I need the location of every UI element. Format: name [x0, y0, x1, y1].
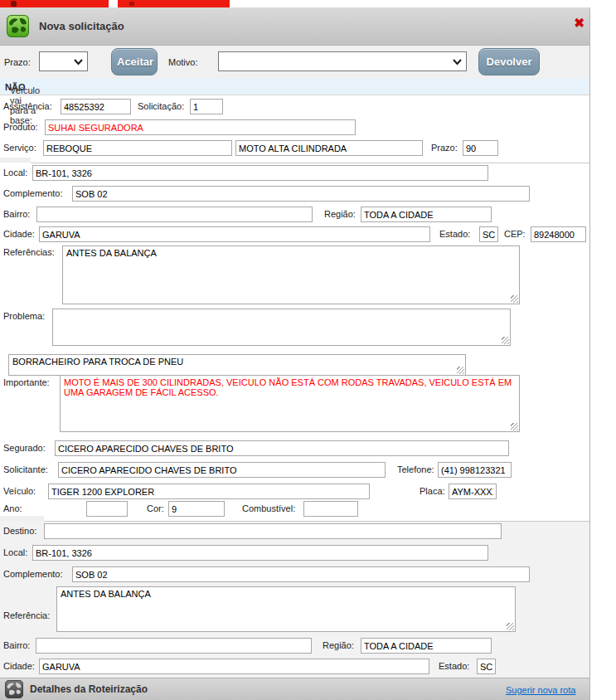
assistencia-input[interactable]	[61, 99, 131, 114]
roteirizacao-title: Detalhes da Roteirização	[30, 683, 148, 695]
ano-label: Ano:	[3, 503, 22, 513]
veiculo-label: Veículo:	[3, 486, 36, 496]
destino-regiao-input[interactable]	[361, 638, 492, 654]
browser-tab-1[interactable]	[0, 0, 109, 7]
problema-textarea-wrap	[52, 309, 511, 346]
telefone-label: Telefone:	[397, 464, 434, 474]
regiao-label: Região:	[324, 209, 356, 219]
resize-grip-icon[interactable]	[511, 423, 518, 430]
servico-tipo-input[interactable]	[235, 140, 423, 156]
destino-bairro-input[interactable]	[36, 638, 312, 654]
referencias-textarea-wrap: ANTES DA BALANÇA	[62, 245, 520, 304]
prazo-select-label: Prazo:	[4, 57, 31, 67]
motivo-select-label: Motivo:	[168, 57, 197, 67]
aceitar-button[interactable]: Aceitar	[111, 48, 158, 75]
destino-local-input[interactable]	[32, 545, 488, 561]
solicitante-input[interactable]	[58, 462, 386, 478]
ano-input[interactable]	[86, 501, 128, 517]
tab-favicon	[11, 1, 17, 7]
servico-input[interactable]	[43, 140, 232, 156]
referencias-label: Referências:	[3, 247, 55, 257]
observacao-textarea[interactable]: BORRACHEIRO PARA TROCA DE PNEU	[9, 355, 465, 375]
destino-complemento-input[interactable]	[72, 566, 530, 582]
cep-input[interactable]	[531, 226, 586, 242]
segurado-input[interactable]	[55, 440, 509, 456]
combustivel-input[interactable]	[303, 501, 358, 517]
section-divider	[31, 163, 589, 163]
prazo-label: Prazo:	[431, 143, 458, 153]
destino-referencia-label: Referência:	[3, 610, 50, 620]
prazo-select[interactable]	[39, 51, 88, 71]
resize-grip-icon[interactable]	[457, 367, 464, 374]
destino-estado-label: Estado:	[439, 661, 469, 671]
regiao-input[interactable]	[361, 207, 492, 222]
problema-label: Problema:	[3, 311, 45, 321]
estado-label: Estado:	[439, 229, 470, 239]
browser-tab-2[interactable]	[118, 0, 230, 7]
veiculo-input[interactable]	[48, 484, 370, 499]
bairro-label: Bairro:	[3, 209, 30, 219]
problema-textarea[interactable]	[53, 309, 510, 345]
dialog-header: Nova solicitação ✖	[0, 7, 589, 46]
complemento-label: Complemento:	[3, 188, 63, 198]
solicitacao-label: Solicitação:	[138, 101, 184, 111]
cidade-input[interactable]	[39, 226, 430, 242]
nova-solicitacao-dialog: Nova solicitação ✖ Prazo: Aceitar Motivo…	[0, 7, 590, 700]
segurado-label: Segurado:	[3, 443, 46, 453]
solicitacao-input[interactable]	[190, 99, 223, 114]
destino-cidade-label: Cidade:	[3, 661, 35, 671]
chevron-down-icon	[74, 59, 83, 66]
servico-label: Serviço:	[3, 143, 36, 153]
roteirizacao-header: Detalhes da Roteirização Sugerir nova ro…	[0, 678, 589, 700]
destino-referencia-textarea[interactable]: ANTES DA BALANÇA	[57, 587, 515, 631]
referencias-textarea[interactable]: ANTES DA BALANÇA	[63, 246, 519, 304]
estado-input[interactable]	[479, 226, 498, 242]
placa-input[interactable]	[449, 484, 497, 499]
motivo-select[interactable]	[218, 51, 467, 71]
telefone-input[interactable]	[438, 462, 512, 478]
cep-label: CEP:	[504, 229, 526, 239]
chevron-down-icon	[453, 59, 462, 66]
resize-grip-icon[interactable]	[502, 337, 509, 344]
resize-grip-icon[interactable]	[511, 295, 518, 303]
destino-regiao-label: Região:	[323, 640, 354, 650]
complemento-input[interactable]	[72, 186, 530, 202]
destino-referencia-textarea-wrap: ANTES DA BALANÇA	[56, 586, 516, 632]
placa-label: Placa:	[420, 486, 445, 496]
importante-textarea-wrap: MOTO É MAIS DE 300 CILINDRADAS, VEICULO …	[60, 375, 520, 432]
bairro-input[interactable]	[36, 207, 313, 222]
sugerir-nova-rota-link[interactable]: Sugerir nova rota	[506, 685, 575, 695]
cor-label: Cor:	[147, 503, 164, 513]
destino-local-label: Local:	[3, 547, 27, 557]
local-input[interactable]	[32, 165, 488, 181]
action-toolbar: Prazo: Aceitar Motivo: Devolver	[0, 46, 589, 79]
tab-favicon	[129, 2, 134, 6]
destino-bairro-label: Bairro:	[3, 640, 30, 650]
globe-icon	[7, 15, 29, 37]
destino-input[interactable]	[44, 523, 502, 539]
destino-complemento-label: Complemento:	[3, 569, 63, 579]
cor-input[interactable]	[168, 501, 225, 517]
devolver-button[interactable]: Devolver	[478, 48, 540, 75]
observacao-textarea-wrap: BORRACHEIRO PARA TROCA DE PNEU	[8, 354, 466, 376]
browser-tab-strip	[0, 0, 616, 7]
base-info-text: Veículo vai para a base: NÃO	[5, 82, 25, 92]
destino-estado-input[interactable]	[477, 659, 496, 674]
globe-gray-icon	[5, 680, 23, 698]
section-divider	[44, 521, 589, 522]
prazo-input[interactable]	[463, 140, 498, 156]
close-icon[interactable]: ✖	[574, 15, 584, 31]
section-corner	[0, 158, 31, 163]
produto-label: Produto:	[3, 122, 38, 132]
base-info-bar: Veículo vai para a base: NÃO	[0, 79, 589, 95]
produto-input[interactable]	[45, 119, 356, 135]
assistencia-label: Assistência:	[3, 101, 52, 111]
cidade-label: Cidade:	[3, 229, 35, 239]
importante-textarea[interactable]: MOTO É MAIS DE 300 CILINDRADAS, VEICULO …	[61, 376, 519, 431]
section-corner	[0, 516, 44, 521]
destino-cidade-input[interactable]	[39, 659, 429, 674]
combustivel-label: Combustível:	[242, 503, 295, 513]
local-label: Local:	[3, 168, 27, 177]
dialog-title: Nova solicitação	[39, 20, 124, 32]
resize-grip-icon[interactable]	[507, 623, 514, 630]
